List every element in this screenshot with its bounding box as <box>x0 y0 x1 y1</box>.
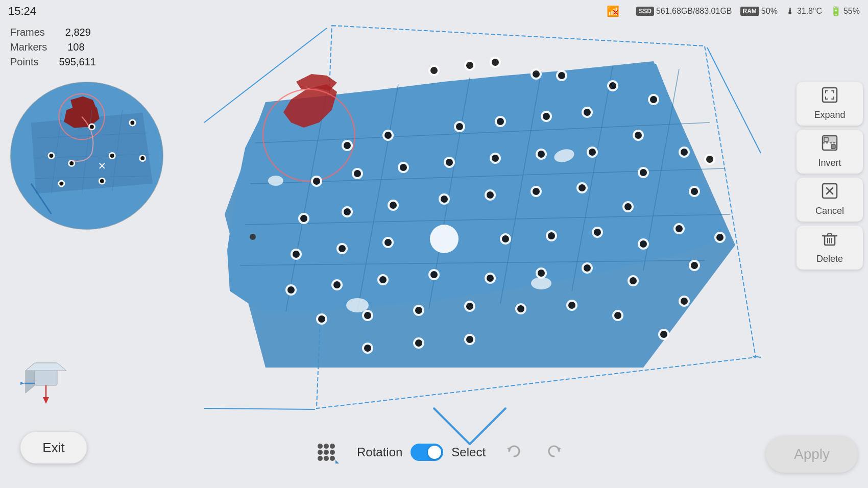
svg-point-204 <box>318 444 323 449</box>
svg-point-147 <box>706 156 713 163</box>
rotation-toggle[interactable] <box>411 444 443 461</box>
svg-point-113 <box>430 271 438 278</box>
rotation-toggle-group: Rotation Select <box>357 444 486 461</box>
thermometer-icon: 🌡 <box>786 6 795 17</box>
svg-point-73 <box>344 208 351 215</box>
svg-point-103 <box>640 240 647 248</box>
ram-status: RAM 50% <box>740 7 778 16</box>
svg-point-135 <box>568 302 575 309</box>
svg-marker-213 <box>335 460 339 463</box>
svg-point-131 <box>466 303 473 310</box>
battery-icon: 🔋 <box>830 6 841 17</box>
redo-button[interactable] <box>542 440 567 465</box>
svg-point-83 <box>578 184 586 191</box>
grid-dots-button[interactable] <box>311 437 342 468</box>
svg-point-173 <box>110 154 114 158</box>
svg-point-137 <box>614 312 621 319</box>
bottom-bar: Rotation Select <box>102 432 776 473</box>
svg-point-143 <box>415 339 422 347</box>
temp-status: 🌡 31.8°C <box>786 6 822 17</box>
ssd-value: 561.68GB/883.01GB <box>656 7 732 16</box>
svg-point-31 <box>533 70 540 78</box>
svg-point-152 <box>268 176 283 186</box>
svg-point-125 <box>318 315 325 323</box>
delete-button[interactable]: Delete <box>797 226 863 270</box>
svg-point-207 <box>318 450 323 455</box>
svg-point-150 <box>346 298 369 312</box>
svg-point-18 <box>430 225 459 253</box>
svg-point-51 <box>681 149 688 156</box>
svg-point-148 <box>250 234 256 240</box>
invert-button[interactable]: Invert <box>797 130 863 174</box>
svg-point-210 <box>318 456 323 461</box>
svg-point-99 <box>548 232 555 239</box>
svg-point-129 <box>415 307 422 314</box>
cancel-button[interactable]: Cancel <box>797 178 863 222</box>
battery-value: 55% <box>843 7 860 16</box>
exit-button[interactable]: Exit <box>20 432 87 463</box>
expand-label: Expand <box>814 110 845 120</box>
svg-rect-189 <box>823 88 837 102</box>
delete-label: Delete <box>816 254 843 264</box>
svg-point-55 <box>354 170 361 177</box>
ssd-badge: SSD <box>636 7 654 16</box>
svg-rect-194 <box>831 144 835 149</box>
toggle-knob <box>428 446 441 459</box>
svg-point-97 <box>502 235 509 242</box>
svg-point-111 <box>379 276 387 283</box>
expand-button[interactable]: Expand <box>797 82 863 126</box>
svg-point-145 <box>466 336 473 343</box>
cancel-label: Cancel <box>815 206 844 216</box>
right-toolbar: Expand Invert Cancel <box>797 82 863 270</box>
svg-point-205 <box>324 444 329 449</box>
wifi-cross: ✕ <box>612 8 619 17</box>
svg-point-121 <box>630 277 637 284</box>
select-label: Select <box>451 445 486 459</box>
orientation-widget[interactable] <box>20 355 71 406</box>
svg-point-49 <box>635 132 642 139</box>
apply-button[interactable]: Apply <box>766 436 858 473</box>
ram-badge: RAM <box>740 7 759 16</box>
invert-icon <box>822 135 838 155</box>
svg-point-171 <box>69 161 74 165</box>
temp-value: 31.8°C <box>797 7 822 16</box>
svg-point-206 <box>330 444 335 449</box>
svg-point-47 <box>584 109 591 116</box>
svg-marker-188 <box>43 397 49 404</box>
info-panel: Frames 2,829 Markers 108 Points 595,611 <box>10 27 96 71</box>
svg-point-91 <box>293 251 300 258</box>
mini-map[interactable] <box>10 82 163 230</box>
cancel-icon <box>822 183 838 203</box>
svg-point-175 <box>140 156 144 160</box>
svg-point-67 <box>640 169 647 176</box>
svg-point-212 <box>330 456 335 461</box>
svg-point-59 <box>446 159 453 166</box>
svg-point-151 <box>531 277 551 289</box>
svg-point-25 <box>492 59 499 66</box>
svg-point-57 <box>400 164 407 171</box>
svg-point-77 <box>441 196 448 203</box>
svg-point-39 <box>384 132 392 139</box>
svg-point-89 <box>716 234 724 241</box>
svg-point-127 <box>364 312 371 319</box>
svg-point-95 <box>384 239 392 246</box>
invert-label: Invert <box>818 158 841 168</box>
svg-point-139 <box>660 331 667 338</box>
status-bar: 15:24 📶 ✕ SSD 561.68GB/883.01GB RAM 50% … <box>0 0 868 22</box>
frames-value: 2,829 <box>65 27 91 38</box>
svg-point-71 <box>300 215 307 222</box>
markers-label: Markers <box>10 41 47 53</box>
svg-point-45 <box>543 113 550 120</box>
undo-button[interactable] <box>501 440 526 465</box>
svg-point-81 <box>533 188 540 195</box>
svg-point-107 <box>287 286 295 294</box>
svg-rect-191 <box>823 136 837 143</box>
svg-point-115 <box>487 275 494 282</box>
status-time: 15:24 <box>8 5 36 18</box>
svg-point-105 <box>691 262 698 269</box>
svg-point-179 <box>100 179 104 183</box>
svg-point-85 <box>624 203 632 210</box>
svg-point-53 <box>313 178 320 185</box>
svg-point-37 <box>344 142 351 149</box>
main-3d-view[interactable] <box>0 0 868 488</box>
